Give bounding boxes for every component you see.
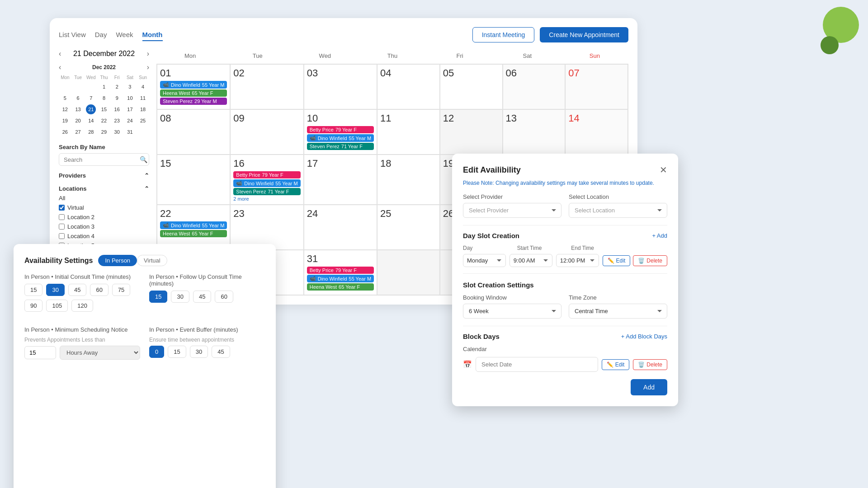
select-location-dropdown[interactable]: Select Location (569, 203, 667, 218)
cal-cell-10[interactable]: 10 Betty Price 79 Year F 📹 Dino Winfield… (304, 109, 377, 155)
cal-cell-03[interactable]: 03 (304, 64, 377, 109)
buffer-btn-15[interactable]: 15 (168, 346, 186, 358)
search-input[interactable] (64, 156, 140, 163)
min-notice-unit-select[interactable]: Hours Away (60, 346, 140, 360)
day-select[interactable]: Monday (463, 254, 506, 267)
location-virtual-checkbox[interactable] (59, 205, 65, 211)
tab-month[interactable]: Month (142, 29, 163, 41)
cal-event[interactable]: Steven Perez 71 Year F (307, 143, 374, 150)
followup-btn-15[interactable]: 15 (149, 291, 167, 303)
mini-cal-cell[interactable]: 16 (112, 104, 122, 114)
mini-cal-cell[interactable]: 4 (138, 82, 148, 92)
mini-cal-cell[interactable]: 2 (112, 82, 122, 92)
cal-cell-09[interactable]: 09 (230, 109, 303, 155)
mini-cal-cell[interactable]: 18 (138, 104, 148, 114)
cal-cell-05[interactable]: 05 (440, 64, 503, 109)
cal-event[interactable]: Heena West 65 Year F (160, 89, 227, 97)
cal-event[interactable]: Betty Price 79 Year F (307, 126, 374, 133)
cal-event[interactable]: Heena West 65 Year F (307, 283, 374, 291)
cal-event[interactable]: 📹 Dino Winfield 55 Year M (307, 134, 374, 142)
location-all[interactable]: All (59, 195, 149, 202)
mini-cal-cell[interactable]: 5 (60, 93, 70, 103)
mini-cal-cell[interactable]: 25 (138, 116, 148, 126)
mini-cal-cell[interactable]: 26 (60, 127, 70, 137)
mini-cal-cell[interactable]: 13 (73, 104, 83, 114)
time-btn-105[interactable]: 105 (46, 300, 68, 312)
cal-cell-23[interactable]: 23 (230, 205, 303, 250)
min-notice-input[interactable] (24, 346, 56, 359)
mini-next-button[interactable]: › (147, 63, 149, 71)
mini-prev-button[interactable]: ‹ (59, 63, 61, 71)
block-day-delete-button[interactable]: 🗑️ Delete (633, 359, 667, 370)
end-time-select[interactable]: 12:00 PM (556, 254, 599, 267)
buffer-btn-0[interactable]: 0 (149, 346, 164, 358)
cal-cell-07[interactable]: 07 (565, 64, 628, 109)
mini-cal-cell[interactable]: 24 (125, 116, 135, 126)
mini-cal-cell[interactable]: 30 (112, 127, 122, 137)
buffer-btn-45[interactable]: 45 (212, 346, 230, 358)
start-time-select[interactable]: 9:00 AM (509, 254, 552, 267)
mini-cal-cell[interactable]: 10 (125, 93, 135, 103)
time-btn-75[interactable]: 75 (112, 284, 130, 296)
cal-cell-25[interactable]: 25 (377, 205, 440, 250)
mini-cal-cell[interactable]: 27 (73, 127, 83, 137)
cal-cell-13[interactable]: 13 (503, 109, 566, 155)
cal-cell-15[interactable]: 15 (157, 155, 230, 205)
prev-month-button[interactable]: ‹ (59, 50, 61, 58)
time-btn-45[interactable]: 45 (68, 284, 86, 296)
next-month-button[interactable]: › (147, 50, 149, 58)
tab-day[interactable]: Day (95, 29, 107, 41)
booking-window-select[interactable]: 6 Week (463, 304, 561, 319)
mini-cal-cell[interactable]: 17 (125, 104, 135, 114)
more-events-link[interactable]: 2 more (233, 196, 300, 202)
time-btn-120[interactable]: 120 (71, 300, 93, 312)
location-4-checkbox[interactable] (59, 233, 65, 239)
cal-event[interactable]: Steven Perez 71 Year F (233, 188, 300, 195)
cal-event[interactable]: Betty Price 79 Year F (233, 171, 300, 178)
time-btn-15[interactable]: 15 (24, 284, 42, 296)
cal-cell-04[interactable]: 04 (377, 64, 440, 109)
cal-cell-24[interactable]: 24 (304, 205, 377, 250)
followup-btn-30[interactable]: 30 (171, 291, 189, 303)
cal-cell-06[interactable]: 06 (503, 64, 566, 109)
select-date-input[interactable] (476, 357, 598, 372)
select-provider-dropdown[interactable]: Select Provider (463, 203, 561, 218)
slot-delete-button[interactable]: 🗑️ Delete (633, 255, 667, 266)
time-btn-60[interactable]: 60 (90, 284, 108, 296)
mini-cal-cell[interactable]: 15 (99, 104, 109, 114)
mini-cal-cell[interactable]: 3 (125, 82, 135, 92)
buffer-btn-30[interactable]: 30 (190, 346, 208, 358)
slot-edit-button[interactable]: ✏️ Edit (603, 255, 631, 266)
cal-event[interactable]: 📹 Dino Winfield 55 Year M (307, 275, 374, 282)
followup-btn-60[interactable]: 60 (215, 291, 233, 303)
cal-cell-18[interactable]: 18 (377, 155, 440, 205)
timezone-select[interactable]: Central Time (569, 304, 667, 319)
cal-cell-08[interactable]: 08 (157, 109, 230, 155)
cal-cell-02[interactable]: 02 (230, 64, 303, 109)
cal-cell-11[interactable]: 11 (377, 109, 440, 155)
avail-tab-virtual[interactable]: Virtual (137, 255, 167, 266)
cal-event[interactable]: 📹 Dino Winfield 55 Year M (160, 81, 227, 89)
location-3-checkbox[interactable] (59, 224, 65, 230)
mini-cal-cell[interactable]: 14 (86, 116, 96, 126)
mini-cal-cell[interactable]: 20 (73, 116, 83, 126)
time-btn-30[interactable]: 30 (46, 284, 64, 296)
cal-cell-22[interactable]: 22 📹 Dino Winfield 55 Year M Heena West … (157, 205, 230, 250)
cal-cell-01[interactable]: 01 📹 Dino Winfield 55 Year M Heena West … (157, 64, 230, 109)
cal-event[interactable]: Steven Perez 29 Year M (160, 98, 227, 105)
cal-cell-31[interactable]: 31 Betty Price 79 Year F 📹 Dino Winfield… (304, 250, 377, 295)
cal-event[interactable]: Heena West 65 Year F (160, 230, 227, 237)
mini-cal-cell[interactable]: 31 (125, 127, 135, 137)
mini-cal-cell-today[interactable]: 21 (86, 104, 96, 114)
cal-cell-14[interactable]: 14 (565, 109, 628, 155)
mini-cal-cell[interactable]: 29 (99, 127, 109, 137)
instant-meeting-button[interactable]: Instant Meeting (472, 27, 535, 42)
mini-cal-cell[interactable]: 11 (138, 93, 148, 103)
tab-week[interactable]: Week (116, 29, 133, 41)
mini-cal-cell[interactable]: 12 (60, 104, 70, 114)
mini-cal-cell[interactable]: 8 (99, 93, 109, 103)
followup-btn-45[interactable]: 45 (193, 291, 211, 303)
mini-cal-cell[interactable]: 19 (60, 116, 70, 126)
time-btn-90[interactable]: 90 (24, 300, 42, 312)
mini-cal-cell[interactable]: 9 (112, 93, 122, 103)
